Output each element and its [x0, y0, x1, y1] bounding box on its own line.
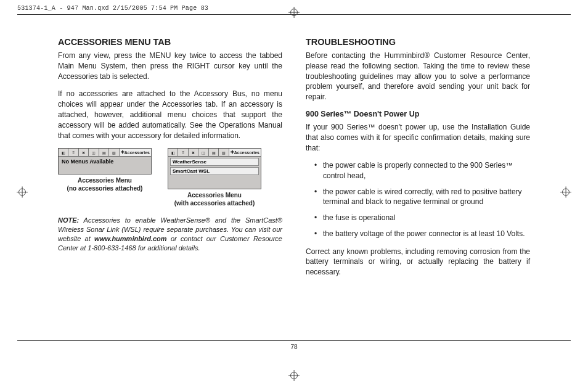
menu-item: SmartCast WSL	[170, 167, 259, 175]
caption-line: Accessories Menu	[78, 177, 132, 184]
figure-caption: Accessories Menu (no accessories attache…	[67, 177, 143, 192]
column-right: TROUBLESHOOTING Before contacting the Hu…	[306, 37, 530, 285]
menu-tab-icon: ◫	[198, 149, 208, 156]
figure-accessories-attached: ◧ ≡ ✖ ◫ ▤ ▧ ✚ Accessories WeatherSense S…	[168, 148, 261, 207]
registration-mark-icon	[290, 9, 298, 16]
menu-tab-icon: ▤	[209, 149, 219, 156]
figure-accessories-empty: ◧ ≡ ✖ ◫ ▤ ▧ ✚ Accessories No Menus Avail…	[58, 148, 152, 207]
body-text: If no accessories are attached to the Ac…	[58, 89, 282, 141]
menu-tab-selected: ✚ Accessories	[120, 149, 151, 156]
menu-tab-icon: ▧	[219, 149, 229, 156]
body-text: Correct any known problems, including re…	[306, 247, 530, 277]
body-text: From any view, press the MENU key twice …	[58, 51, 282, 81]
menu-tab-icon: ◧	[59, 149, 68, 156]
page-number: 78	[17, 343, 571, 350]
column-left: ACCESSORIES MENU TAB From any view, pres…	[58, 37, 282, 285]
caption-line: (with accessories attached)	[174, 200, 255, 207]
rule-bottom	[17, 340, 571, 341]
note-url: www.humminbird.com	[94, 235, 167, 242]
registration-mark-icon	[290, 372, 298, 379]
list-item: the power cable is properly connected to…	[317, 160, 530, 180]
menu-tab-icon: ≡	[178, 149, 188, 156]
caption-line: Accessories Menu	[187, 192, 242, 199]
registration-mark-icon	[18, 189, 26, 196]
heading-troubleshooting: TROUBLESHOOTING	[306, 37, 530, 47]
menu-tab-icon: ◫	[89, 149, 99, 156]
menu-item: WeatherSense	[170, 158, 259, 166]
heading-accessories: ACCESSORIES MENU TAB	[58, 37, 282, 47]
menu-tab-selected: ✚ Accessories	[229, 149, 261, 156]
menu-tab-icon: ▤	[99, 149, 109, 156]
caption-line: (no accessories attached)	[67, 185, 143, 192]
print-slug: 531374-1_A - 947 Man.qxd 2/15/2005 7:54 …	[17, 5, 208, 12]
subheading-power-up: 900 Series™ Doesn't Power Up	[306, 110, 530, 118]
note-label: NOTE:	[58, 216, 79, 224]
figure-caption: Accessories Menu (with accessories attac…	[174, 192, 255, 207]
menu-tab-label: Accessories	[234, 150, 259, 155]
menu-tab-icon: ≡	[68, 149, 78, 156]
menu-tabs: ◧ ≡ ✖ ◫ ▤ ▧ ✚ Accessories	[59, 149, 151, 157]
menu-screenshot: ◧ ≡ ✖ ◫ ▤ ▧ ✚ Accessories No Menus Avail…	[58, 148, 152, 175]
menu-tab-icon: ✖	[189, 149, 198, 156]
menu-tab-icon: ◧	[168, 149, 178, 156]
menu-tabs: ◧ ≡ ✖ ◫ ▤ ▧ ✚ Accessories	[168, 149, 261, 157]
menu-tab-label: Accessories	[125, 150, 150, 155]
list-item: the power cable is wired correctly, with…	[317, 187, 530, 207]
list-item: the battery voltage of the power connect…	[317, 229, 530, 239]
menu-tab-icon: ▧	[109, 149, 119, 156]
list-item: the fuse is operational	[317, 213, 530, 223]
menu-empty-text: No Menus Available	[60, 158, 149, 165]
body-text: Before contacting the Humminbird® Custom…	[306, 51, 530, 102]
note-text: NOTE: Accessories to enable WeatherSense…	[58, 216, 282, 252]
registration-mark-icon	[562, 189, 570, 196]
menu-tab-icon: ✖	[79, 149, 89, 156]
body-text: If your 900 Series™ doesn't power up, us…	[306, 122, 530, 153]
menu-screenshot: ◧ ≡ ✖ ◫ ▤ ▧ ✚ Accessories WeatherSense S…	[168, 148, 261, 189]
bullet-list: the power cable is properly connected to…	[306, 160, 530, 239]
